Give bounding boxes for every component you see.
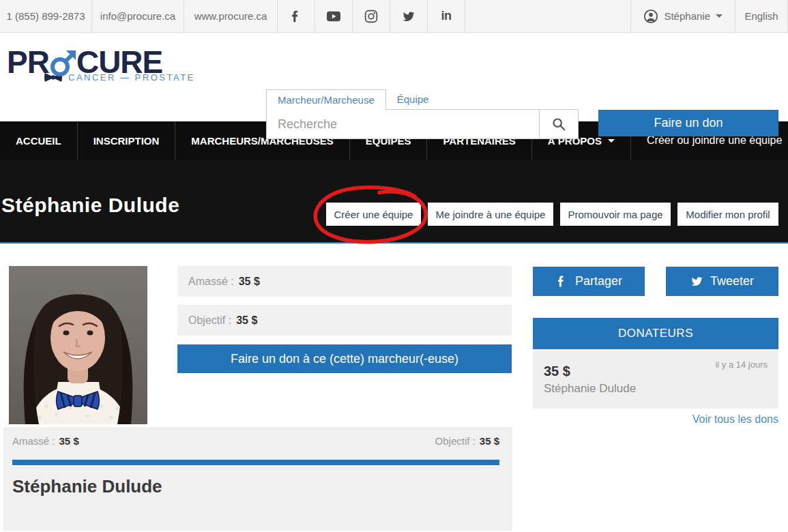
language-switch[interactable]: English [735, 0, 788, 32]
instagram-link[interactable] [353, 0, 390, 32]
profile-photo [9, 266, 147, 424]
goal-label: Objectif : [188, 314, 231, 327]
twitter-icon [402, 10, 415, 23]
search-icon [551, 117, 566, 132]
progress-bar [12, 460, 499, 465]
search-tabs: Marcheur/Marcheuse Équipe [266, 89, 579, 109]
facebook-icon [555, 275, 568, 288]
summary-raised: Amassé :35 $ [12, 435, 79, 447]
join-team-button[interactable]: Me joindre à une équipe [428, 203, 553, 226]
twitter-icon [690, 275, 703, 288]
header: PR CURE CANCER — PROSTATE Marcheur/ [0, 33, 788, 121]
summary-panel: Amassé :35 $ Objectif :35 $ Stéphanie Du… [3, 427, 512, 531]
logo-text-pr: PR [7, 46, 49, 78]
donor-name: Stéphanie Dulude [544, 382, 768, 396]
phone-link[interactable]: 1 (855) 899-2873 [0, 0, 92, 32]
facebook-link[interactable] [278, 0, 315, 32]
raised-box: Amassé : 35 $ [177, 266, 512, 297]
share-twitter-label: Tweeter [710, 274, 754, 289]
create-team-button[interactable]: Créer une équipe [326, 203, 421, 226]
user-menu[interactable]: Stéphanie [630, 0, 735, 32]
raised-label: Amassé : [188, 276, 234, 288]
page: 1 (855) 899-2873 info@procure.ca www.pro… [0, 0, 788, 532]
share-twitter-button[interactable]: Tweeter [666, 267, 778, 296]
chevron-down-icon [716, 14, 723, 18]
linkedin-link[interactable]: in [428, 0, 465, 32]
search-input[interactable] [267, 110, 539, 138]
edit-profile-button[interactable]: Modifier mon profil [677, 203, 778, 226]
raised-value: 35 $ [239, 276, 260, 288]
tab-equipe[interactable]: Équipe [386, 89, 440, 109]
tab-marcheur[interactable]: Marcheur/Marcheuse [266, 89, 386, 110]
nav-inscription[interactable]: INSCRIPTION [78, 121, 176, 160]
hero-banner: Stéphanie Dulude Créer une équipe Me joi… [0, 160, 788, 243]
progress-bar-fill [12, 460, 499, 465]
goal-value: 35 $ [236, 314, 257, 327]
share-facebook-label: Partager [575, 274, 622, 289]
twitter-link[interactable] [390, 0, 428, 32]
chevron-down-icon [608, 139, 615, 143]
search-box [266, 109, 579, 139]
summary-stats-row: Amassé :35 $ Objectif :35 $ [12, 435, 499, 447]
youtube-icon [327, 10, 340, 23]
topbar-spacer [465, 0, 630, 32]
user-name: Stéphanie [664, 10, 710, 22]
email-link[interactable]: info@procure.ca [92, 0, 184, 32]
share-facebook-button[interactable]: Partager [533, 267, 645, 296]
donation-time: il y a 14 jours [715, 359, 768, 370]
nav-accueil[interactable]: ACCUEIL [0, 121, 78, 160]
website-link[interactable]: www.procure.ca [184, 0, 278, 32]
user-icon [643, 9, 658, 24]
goal-box: Objectif : 35 $ [177, 305, 512, 336]
promote-page-button[interactable]: Promouvoir ma page [560, 203, 671, 226]
facebook-icon [289, 10, 303, 23]
topbar: 1 (855) 899-2873 info@procure.ca www.pro… [0, 0, 788, 33]
search-button[interactable] [539, 110, 578, 138]
see-all-donations-link[interactable]: Voir tous les dons [692, 413, 778, 426]
search-block: Marcheur/Marcheuse Équipe [266, 89, 579, 139]
summary-title: Stéphanie Dulude [12, 476, 162, 497]
youtube-link[interactable] [315, 0, 353, 32]
donate-to-walker-button[interactable]: Faire un don à ce (cette) marcheur(-euse… [177, 344, 512, 373]
page-title: Stéphanie Dulude [1, 194, 179, 217]
summary-goal: Objectif :35 $ [435, 435, 499, 447]
instagram-icon [364, 10, 378, 23]
procure-logo[interactable]: PR CURE CANCER — PROSTATE [7, 46, 195, 83]
male-symbol-icon [50, 49, 76, 78]
donors-header: DONATEURS [533, 318, 778, 349]
logo-tagline: CANCER — PROSTATE [68, 72, 195, 83]
header-donate-button[interactable]: Faire un don [598, 110, 778, 136]
linkedin-icon: in [441, 9, 452, 23]
donor-entry: il y a 14 jours 35 $ Stéphanie Dulude [533, 349, 778, 409]
content-area: Amassé : 35 $ Objectif : 35 $ Faire un d… [0, 243, 788, 531]
